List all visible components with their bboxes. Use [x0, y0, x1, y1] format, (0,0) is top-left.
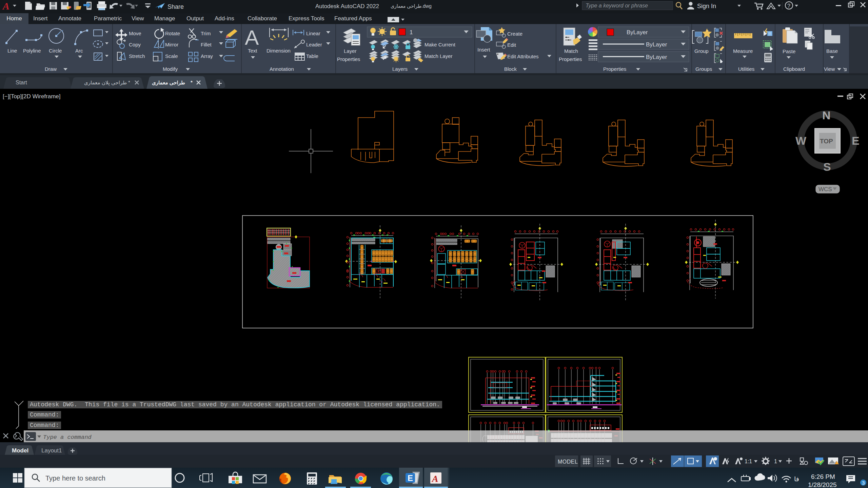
svg-text:Rotate: Rotate: [165, 30, 180, 36]
svg-text:A: A: [2, 0, 9, 12]
svg-text:Array: Array: [201, 53, 213, 59]
svg-text:Share: Share: [167, 3, 184, 10]
svg-text:6:26 PM: 6:26 PM: [811, 473, 835, 480]
svg-text:Text: Text: [248, 48, 257, 54]
svg-text:Dimension: Dimension: [267, 48, 291, 54]
svg-text:S: S: [823, 160, 831, 173]
svg-text:E: E: [852, 134, 860, 147]
svg-text:Stretch: Stretch: [129, 53, 145, 59]
svg-text:Annotation: Annotation: [270, 66, 294, 72]
svg-text:ByLayer: ByLayer: [646, 41, 667, 48]
svg-text:طراحی معماری: طراحی معماری: [152, 80, 185, 86]
svg-text:*: *: [191, 79, 193, 85]
svg-text:Match Layer: Match Layer: [425, 53, 453, 59]
svg-text:Insert: Insert: [477, 47, 490, 53]
svg-text:فا: فا: [794, 475, 799, 483]
svg-text:Clipboard: Clipboard: [783, 66, 805, 72]
svg-text:Create: Create: [507, 31, 522, 37]
svg-text:Sign In: Sign In: [697, 3, 716, 9]
svg-text:Circle: Circle: [49, 48, 62, 54]
svg-text:Modify: Modify: [163, 66, 178, 72]
svg-text:Mirror: Mirror: [165, 42, 178, 47]
svg-text:Group: Group: [694, 48, 709, 54]
svg-text:1:1: 1:1: [745, 459, 752, 464]
svg-text:ByLayer: ByLayer: [646, 54, 667, 60]
svg-text:A: A: [245, 26, 259, 49]
svg-text:Make Current: Make Current: [425, 42, 456, 47]
svg-text:Measure: Measure: [733, 48, 753, 54]
svg-text:طراحی معماری.dwg: طراحی معماری.dwg: [391, 3, 432, 9]
svg-text:TOP: TOP: [820, 138, 833, 145]
svg-text:Scale: Scale: [165, 53, 178, 59]
svg-text:MODEL: MODEL: [558, 459, 578, 465]
svg-text:Draw: Draw: [45, 66, 57, 72]
svg-text:طراحی پلان معماری: طراحی پلان معماری: [84, 80, 127, 86]
svg-text:3: 3: [862, 480, 865, 486]
svg-text:E: E: [408, 473, 413, 483]
svg-text:Line: Line: [7, 48, 17, 54]
svg-text:Trim: Trim: [201, 30, 211, 36]
svg-text:Leader: Leader: [306, 42, 322, 47]
svg-text:View: View: [824, 66, 835, 72]
svg-text:Base: Base: [826, 48, 838, 54]
svg-text:Properties: Properties: [337, 56, 360, 62]
svg-text:Arc: Arc: [75, 48, 83, 54]
svg-text:A: A: [431, 473, 438, 484]
svg-text:N: N: [822, 109, 831, 122]
svg-text:Type here to search: Type here to search: [45, 474, 105, 482]
svg-text:Type a keyword or phrase: Type a keyword or phrase: [586, 3, 648, 8]
svg-text:Layout1: Layout1: [41, 447, 62, 454]
svg-text:?: ?: [787, 3, 790, 9]
svg-text:Groups: Groups: [695, 66, 712, 72]
svg-text:Polyline: Polyline: [23, 48, 41, 54]
svg-text:WCS: WCS: [818, 186, 832, 192]
svg-text:ByLayer: ByLayer: [627, 29, 648, 36]
svg-text:*: *: [128, 79, 130, 85]
svg-text:Linear: Linear: [306, 30, 320, 36]
svg-text:Layer: Layer: [344, 48, 357, 54]
svg-text:Block: Block: [504, 66, 517, 72]
svg-text:Fillet: Fillet: [201, 42, 212, 47]
svg-text:[−][Top][2D Wireframe]: [−][Top][2D Wireframe]: [3, 93, 61, 100]
svg-text:Start: Start: [16, 80, 27, 85]
svg-text:Autodesk AutoCAD 2022: Autodesk AutoCAD 2022: [315, 3, 379, 9]
svg-text:Utilities: Utilities: [738, 66, 754, 72]
svg-text:W: W: [795, 134, 807, 147]
svg-text:Layers: Layers: [392, 66, 408, 72]
svg-text:Table: Table: [306, 53, 318, 59]
svg-text:Edit: Edit: [507, 42, 516, 48]
svg-text:Copy: Copy: [129, 42, 141, 47]
svg-text:Model: Model: [12, 447, 28, 454]
svg-text:1/28/2025: 1/28/2025: [808, 481, 837, 488]
svg-text:Type a command: Type a command: [43, 434, 92, 441]
svg-text:Properties: Properties: [559, 56, 582, 62]
svg-text:Properties: Properties: [603, 66, 626, 72]
svg-text:1: 1: [774, 459, 777, 464]
svg-text:Move: Move: [129, 30, 141, 36]
svg-text:1: 1: [410, 29, 413, 36]
svg-text:Paste: Paste: [783, 48, 795, 54]
svg-text:Edit Attributes: Edit Attributes: [507, 54, 539, 59]
svg-text:Match: Match: [564, 48, 578, 54]
